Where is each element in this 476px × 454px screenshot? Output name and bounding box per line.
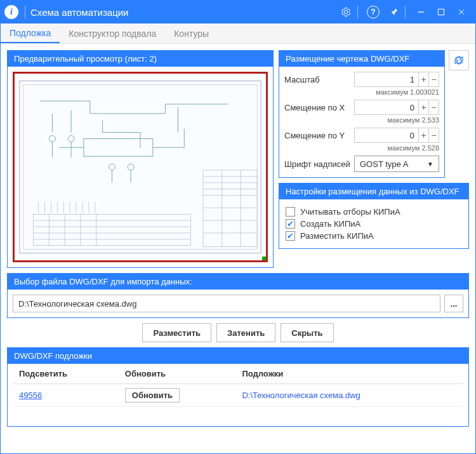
title-divider-2 [357,6,358,18]
offset-y-input[interactable]: 0 [354,128,419,143]
minimize-icon [416,7,426,17]
checkbox-place-label: Разместить КИПиА [300,231,374,241]
checkbox-filters[interactable] [286,207,295,217]
check-row-filters: Учитывать отборы КИПиА [286,207,462,217]
svg-rect-2 [20,81,261,253]
offset-y-plus[interactable]: + [419,128,429,143]
offset-y-max: максимум 2.528 [284,144,439,152]
check-row-create: ✔ Создать КИПиА [286,219,462,229]
checkbox-create-label: Создать КИПиА [300,219,360,229]
check-row-place: ✔ Разместить КИПиА [286,231,462,241]
minimize-button[interactable] [411,2,431,22]
hide-button[interactable]: Скрыть [281,323,333,342]
file-path-input[interactable]: D:\Технологическая схема.dwg [13,295,440,312]
font-select[interactable]: GOST type A ▼ [354,156,439,172]
place-button[interactable]: Разместить [142,323,211,342]
settings-panel: Настройки размещения данных из DWG/DXF У… [279,183,469,249]
font-row: Шрифт надписей GOST type A ▼ [284,156,439,172]
scale-label: Масштаб [284,75,354,84]
offset-y-label: Смещение по Y [284,131,354,140]
svg-point-8 [128,164,134,170]
title-divider [25,6,25,18]
placement-panel: Размещение чертежа DWG/DXF Масштаб 1 + − [279,50,445,178]
drawing-preview [15,74,266,260]
offset-y-row: Смещение по Y 0 + − [284,128,439,143]
row-update-button[interactable]: Обновить [125,388,180,403]
table-header-row: Подсветить Обновить Подложки [13,364,463,384]
offset-y-minus[interactable]: − [429,128,439,143]
pin-icon [388,7,399,17]
svg-rect-0 [418,11,423,12]
help-button[interactable]: ? [363,2,383,22]
table-row: 49556 Обновить D:\Технологическая схема.… [13,384,463,407]
maximize-button[interactable] [431,2,451,22]
svg-point-6 [68,136,74,142]
preview-panel: Предварительный просмотр (лист: 2) [7,50,274,268]
file-panel: Выбор файла DWG/DXF для импорта данных: … [7,273,469,318]
placement-row: Размещение чертежа DWG/DXF Масштаб 1 + − [279,50,469,178]
right-column: Размещение чертежа DWG/DXF Масштаб 1 + − [279,50,469,268]
col-update[interactable]: Обновить [119,364,236,384]
tab-underlay[interactable]: Подложка [1,23,60,43]
scale-minus[interactable]: − [429,72,439,87]
scale-input[interactable]: 1 [354,72,419,87]
font-label: Шрифт надписей [284,159,354,169]
refresh-button[interactable] [449,50,469,70]
underlays-body: Подсветить Обновить Подложки 49556 Обнов… [8,364,468,426]
offset-x-input[interactable]: 0 [354,100,419,115]
resize-handle[interactable] [262,257,267,262]
preview-canvas[interactable] [13,72,268,262]
font-value: GOST type A [360,159,408,169]
svg-point-7 [109,164,116,170]
action-row: Разместить Затенить Скрыть [7,323,469,342]
scale-stepper: + − [419,72,439,87]
settings-header: Настройки размещения данных из DWG/DXF [279,184,468,199]
title-divider-3 [405,6,406,18]
checkbox-create[interactable]: ✔ [286,219,295,229]
tab-bar: Подложка Конструктор подвала Контуры [1,23,475,44]
offset-x-row: Смещение по X 0 + − [284,100,439,115]
pin-button[interactable] [383,2,404,22]
browse-button[interactable]: ... [444,295,463,312]
checkbox-place[interactable]: ✔ [286,231,295,241]
info-icon[interactable]: i [4,5,18,19]
help-icon: ? [367,6,380,18]
close-button[interactable] [451,2,472,22]
window-title: Схема автоматизации [30,7,336,18]
tab-basement-constructor[interactable]: Конструктор подвала [60,23,165,43]
highlight-link[interactable]: 49556 [19,391,42,400]
col-path[interactable]: Подложки [235,364,463,384]
offset-x-label: Смещение по X [284,103,354,112]
file-header: Выбор файла DWG/DXF для импорта данных: [8,274,468,290]
underlays-panel: DWG/DXF подложки Подсветить Обновить Под… [7,347,469,427]
shade-button[interactable]: Затенить [216,323,275,342]
svg-rect-1 [438,9,444,15]
app-window: i Схема автоматизации ? Подложка Констру… [0,0,476,454]
tab-contours[interactable]: Контуры [165,23,218,43]
close-icon [456,7,466,17]
svg-rect-4 [84,138,153,156]
svg-point-5 [49,136,55,142]
underlays-header: DWG/DXF подложки [8,348,468,364]
offset-x-stepper: + − [419,100,439,115]
settings-body: Учитывать отборы КИПиА ✔ Создать КИПиА ✔… [279,199,468,248]
maximize-icon [436,7,446,17]
scale-row: Масштаб 1 + − [284,72,439,87]
offset-x-minus[interactable]: − [429,100,439,115]
row-path: D:\Технологическая схема.dwg [242,391,360,400]
underlays-table: Подсветить Обновить Подложки 49556 Обнов… [13,364,463,407]
top-row: Предварительный просмотр (лист: 2) [7,50,469,268]
settings-button[interactable] [336,2,356,22]
chevron-down-icon: ▼ [427,161,433,168]
checkbox-filters-label: Учитывать отборы КИПиА [300,207,400,217]
offset-x-max: максимум 2.533 [284,116,439,124]
refresh-icon [453,55,465,66]
col-highlight[interactable]: Подсветить [13,364,119,384]
main-content: Предварительный просмотр (лист: 2) [1,44,475,453]
scale-plus[interactable]: + [419,72,429,87]
placement-body: Масштаб 1 + − максимум 1.003021 Смещение… [279,67,444,177]
title-bar: i Схема автоматизации ? [1,1,475,23]
gear-icon [341,7,351,17]
scale-max: максимум 1.003021 [284,88,439,96]
offset-x-plus[interactable]: + [419,100,429,115]
